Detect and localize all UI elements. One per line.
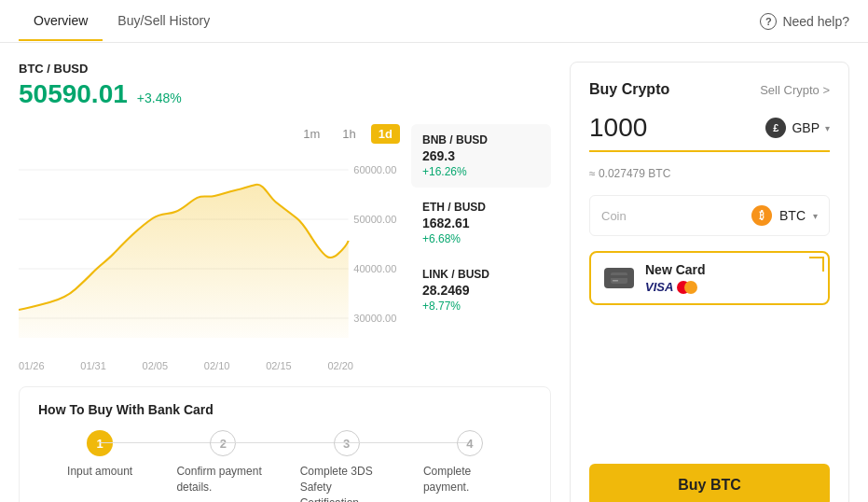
help-label: Need help? — [782, 14, 849, 29]
quote-currency: BUSD — [54, 62, 89, 76]
steps-container: 1 Input amount 2 Confirm payment details… — [38, 430, 531, 502]
eth-pair: ETH / BUSD — [422, 201, 540, 214]
coin-select-label: Coin — [601, 209, 627, 223]
card-corner-indicator — [809, 257, 824, 272]
link-price: 28.2469 — [422, 283, 540, 298]
coin-select-value: ₿ BTC — [751, 205, 806, 226]
time-btn-1d[interactable]: 1d — [371, 124, 400, 144]
x-label-5: 02/20 — [327, 360, 353, 371]
buy-button[interactable]: Buy BTC — [589, 464, 830, 502]
x-label-2: 02/05 — [143, 360, 169, 371]
svg-rect-10 — [613, 280, 618, 282]
help-button[interactable]: ? Need help? — [760, 13, 849, 30]
chart-container: 60000.00 50000.00 40000.00 30000.00 — [19, 151, 400, 356]
btc-icon: ₿ — [751, 205, 772, 226]
svg-text:50000.00: 50000.00 — [353, 215, 396, 225]
step-3-circle: 3 — [334, 430, 360, 456]
svg-rect-9 — [611, 275, 627, 278]
coin-select[interactable]: Coin ₿ BTC ▾ — [589, 195, 830, 236]
card-info: New Card VISA — [645, 262, 815, 294]
eth-change: +6.68% — [422, 232, 540, 245]
eth-price: 1682.61 — [422, 216, 540, 230]
price-value: 50590.01 — [19, 79, 128, 109]
svg-text:30000.00: 30000.00 — [353, 314, 396, 324]
bnb-pair: BNB / BUSD — [422, 133, 540, 146]
chart-wrapper: 1m 1h 1d — [19, 124, 400, 371]
x-label-3: 02/10 — [204, 360, 230, 371]
pair-label: BTC / BUSD — [19, 62, 551, 76]
card-logos: VISA — [645, 280, 815, 294]
svg-text:40000.00: 40000.00 — [353, 264, 396, 274]
step-4-label: Complete payment. — [423, 464, 517, 495]
mastercard-logo — [677, 281, 697, 294]
price-change: +3.48% — [137, 91, 182, 105]
x-label-4: 02/15 — [266, 360, 292, 371]
price-header: BTC / BUSD 50590.01 +3.48% — [19, 62, 551, 109]
how-to-buy: How To Buy With Bank Card 1 Input amount… — [19, 386, 551, 502]
step-2-label: Confirm payment details. — [176, 464, 269, 495]
how-to-title: How To Buy With Bank Card — [38, 402, 531, 417]
step-1-label: Input amount — [67, 464, 132, 480]
step-2-circle: 2 — [210, 430, 236, 456]
selected-coin: BTC — [779, 208, 806, 223]
bnb-price: 269.3 — [422, 148, 540, 163]
buy-title: Buy Crypto — [589, 81, 669, 98]
price-row: 50590.01 +3.48% — [19, 79, 551, 109]
time-btn-1h[interactable]: 1h — [335, 124, 363, 144]
currency-label: GBP — [792, 120, 820, 135]
price-chart: 60000.00 50000.00 40000.00 30000.00 — [19, 151, 400, 356]
buy-panel: Buy Crypto Sell Crypto > £ GBP ▾ ≈ 0.027… — [570, 62, 849, 502]
coin-item-bnb[interactable]: BNB / BUSD 269.3 +16.26% — [411, 124, 551, 188]
tab-overview[interactable]: Overview — [19, 2, 103, 41]
link-pair: LINK / BUSD — [422, 268, 540, 281]
pair-separator: / — [47, 62, 53, 76]
main-content: BTC / BUSD 50590.01 +3.48% 1m 1h 1d — [0, 43, 868, 502]
link-change: +8.77% — [422, 300, 540, 313]
buy-header: Buy Crypto Sell Crypto > — [589, 81, 830, 98]
step-3: 3 Complete 3DS Safety Certification. — [285, 430, 408, 502]
btc-equivalent: ≈ 0.027479 BTC — [589, 167, 830, 180]
base-currency: BTC — [19, 62, 44, 76]
currency-chevron-icon: ▾ — [825, 123, 830, 133]
sell-crypto-link[interactable]: Sell Crypto > — [760, 83, 830, 97]
x-label-0: 01/26 — [19, 360, 45, 371]
chart-controls: 1m 1h 1d — [19, 124, 400, 144]
coin-select-chevron-icon: ▾ — [813, 211, 818, 221]
chart-x-labels: 01/26 01/31 02/05 02/10 02/15 02/20 — [19, 360, 400, 371]
bnb-change: +16.26% — [422, 165, 540, 178]
x-label-1: 01/31 — [80, 360, 106, 371]
mc-right-circle — [684, 281, 697, 294]
step-4-circle: 4 — [457, 430, 483, 456]
svg-text:60000.00: 60000.00 — [353, 165, 396, 175]
coin-item-eth[interactable]: ETH / BUSD 1682.61 +6.68% — [411, 191, 551, 255]
chart-section: 1m 1h 1d — [19, 124, 551, 371]
step-3-label: Complete 3DS Safety Certification. — [300, 464, 393, 502]
top-navigation: Overview Buy/Sell History ? Need help? — [0, 0, 868, 43]
step-1-circle: 1 — [87, 430, 113, 456]
amount-row: £ GBP ▾ — [589, 113, 830, 152]
amount-input[interactable] — [589, 113, 720, 143]
coin-list: BNB / BUSD 269.3 +16.26% ETH / BUSD 1682… — [411, 124, 551, 371]
left-panel: BTC / BUSD 50590.01 +3.48% 1m 1h 1d — [19, 62, 551, 502]
card-name: New Card — [645, 262, 815, 277]
step-4: 4 Complete payment. — [408, 430, 531, 495]
visa-logo: VISA — [645, 280, 673, 294]
card-row[interactable]: New Card VISA — [589, 251, 830, 305]
nav-tabs: Overview Buy/Sell History — [19, 2, 225, 40]
time-btn-1m[interactable]: 1m — [296, 124, 327, 144]
step-1: 1 Input amount — [38, 430, 161, 480]
credit-card-icon — [604, 268, 634, 288]
help-icon: ? — [760, 13, 777, 30]
currency-selector[interactable]: £ GBP ▾ — [765, 118, 830, 138]
tab-history[interactable]: Buy/Sell History — [103, 2, 225, 41]
currency-icon: £ — [765, 118, 786, 138]
step-2: 2 Confirm payment details. — [161, 430, 284, 495]
coin-item-link[interactable]: LINK / BUSD 28.2469 +8.77% — [411, 258, 551, 322]
